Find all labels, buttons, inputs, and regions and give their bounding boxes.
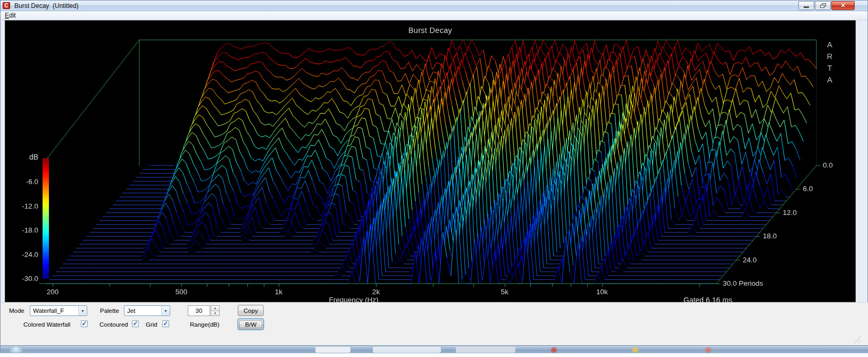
mode-value: Waterfall_F <box>30 308 78 314</box>
taskbar-item <box>456 347 515 353</box>
waterfall-canvas <box>5 21 856 303</box>
app-window: C Burst Decay (Untitled) ✕ Edit Burst De… <box>0 0 868 353</box>
chevron-down-icon[interactable]: ▼ <box>78 306 87 316</box>
control-bar: Mode Waterfall_F ▼ Palette Jet ▼ 30 ▲ ▼ … <box>1 302 868 345</box>
taskbar-dot <box>632 347 638 353</box>
restore-button[interactable] <box>815 1 831 10</box>
minimize-icon <box>804 6 809 8</box>
contoured-label: Contoured <box>99 321 128 328</box>
taskbar-item <box>373 347 441 353</box>
spin-up-icon[interactable]: ▲ <box>211 306 219 311</box>
chevron-down-icon[interactable]: ▼ <box>161 306 170 316</box>
range-input[interactable]: 30 <box>188 305 210 316</box>
palette-label: Palette <box>100 308 119 314</box>
app-icon: C <box>3 2 10 9</box>
taskbar-dot <box>705 347 711 353</box>
taskbar-dot <box>551 347 557 353</box>
colored-waterfall-checkbox[interactable]: ✓ <box>81 320 88 327</box>
screen-background <box>1 353 868 357</box>
palette-select[interactable]: Jet ▼ <box>124 305 170 316</box>
palette-value: Jet <box>124 308 161 314</box>
menu-item-edit[interactable]: Edit <box>1 12 20 19</box>
minimize-button[interactable] <box>798 1 814 10</box>
mode-label: Mode <box>9 308 24 314</box>
resize-grip[interactable] <box>852 335 861 343</box>
start-orb <box>8 347 24 353</box>
close-button[interactable]: ✕ <box>831 1 855 10</box>
range-db-label: Range(dB) <box>190 321 220 328</box>
colored-waterfall-label: Colored Waterfall <box>23 321 70 328</box>
menu-bar: Edit <box>1 11 867 20</box>
spin-down-icon[interactable]: ▼ <box>211 311 219 316</box>
taskbar-item <box>315 347 350 353</box>
plot-panel: Burst Decay ARTA dB Frequency (Hz) Gated… <box>5 20 856 302</box>
window-title: Burst Decay (Untitled) <box>14 2 79 10</box>
grid-label: Grid <box>146 321 157 328</box>
grid-checkbox[interactable]: ✓ <box>162 320 169 327</box>
close-icon: ✕ <box>840 3 845 9</box>
taskbar-strip <box>1 345 868 353</box>
bw-button[interactable]: B/W <box>238 319 264 330</box>
title-bar[interactable]: C Burst Decay (Untitled) ✕ <box>1 1 867 11</box>
range-stepper[interactable]: ▲ ▼ <box>211 305 220 316</box>
contoured-checkbox[interactable]: ✓ <box>132 320 139 327</box>
restore-icon <box>820 3 826 8</box>
mode-select[interactable]: Waterfall_F ▼ <box>30 305 87 316</box>
copy-button[interactable]: Copy <box>238 305 264 316</box>
